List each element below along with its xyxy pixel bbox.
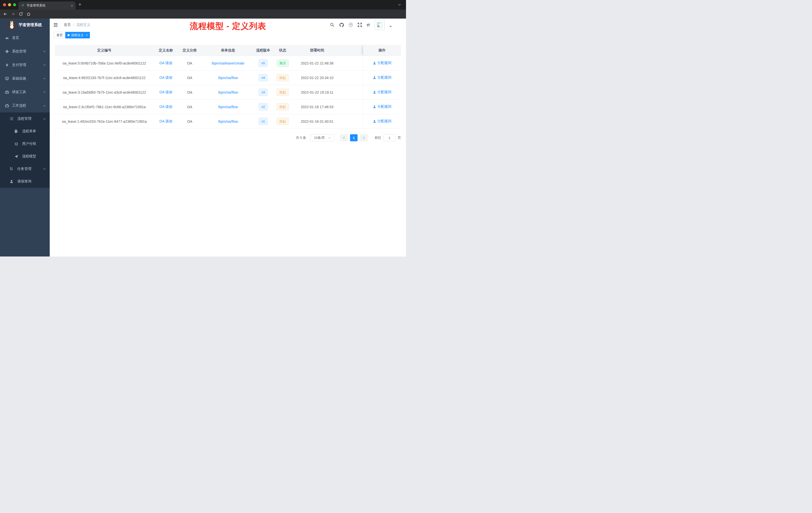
assign-rule-link[interactable]: 分配规则 (373, 61, 392, 65)
back-icon[interactable] (3, 12, 7, 16)
sidebar-item-process-model[interactable]: 流程模型 (0, 150, 50, 163)
cell-version: v5 (254, 56, 272, 70)
avatar-dropdown-caret-icon[interactable] (389, 26, 392, 27)
cell-definition-id: oa_leave:5:004b710b-7b8a-11ec-8ef0-acde4… (55, 56, 154, 70)
forward-icon[interactable] (11, 12, 15, 16)
sidebar-item-label: 研发工具 (12, 90, 26, 94)
cell-status: 挂起 (272, 85, 293, 100)
col-definition-name: 定义名称 (154, 45, 178, 56)
tag-close-icon[interactable]: × (86, 34, 88, 37)
assign-rule-link[interactable]: 分配规则 (373, 90, 392, 94)
sidebar-item-payment[interactable]: ¥ 支付管理 (0, 58, 50, 72)
sidebar-logo[interactable]: 芋道管理系统 (0, 19, 50, 31)
user-icon (9, 179, 13, 183)
sidebar-item-process-management[interactable]: 流程管理 (0, 113, 50, 125)
cell-definition-name: OA 请假 (154, 100, 178, 114)
fullscreen-icon[interactable] (357, 23, 362, 27)
user-avatar[interactable] (375, 20, 385, 30)
cell-actions: 分配规则 (363, 100, 401, 114)
definition-name-link[interactable]: OA 请假 (160, 119, 172, 123)
pagination: 共 5 条 10条/页 1 前往 页 (55, 134, 401, 141)
tag-label: 首页 (57, 33, 63, 37)
sidebar-item-dev-tools[interactable]: 研发工具 (0, 85, 50, 99)
new-tab-button[interactable]: + (78, 1, 81, 7)
home-icon[interactable] (26, 12, 31, 16)
assign-rule-link[interactable]: 分配规则 (373, 104, 392, 109)
github-icon[interactable] (339, 23, 344, 27)
goto-page-input[interactable] (383, 134, 396, 141)
cell-category: OA (178, 56, 202, 70)
search-icon[interactable] (330, 23, 335, 27)
sidebar-item-home[interactable]: 首页 (0, 31, 50, 45)
col-definition-id: 定义编号 (55, 45, 154, 56)
sidebar-item-task-management[interactable]: 任务管理 (0, 163, 50, 175)
app-header: 首页 / 流程定义 流程模型 - 定义列表 ? tT (50, 19, 406, 31)
flow-tree-icon (9, 167, 13, 171)
sidebar-item-user-group[interactable]: 用户分组 (0, 138, 50, 150)
cell-version: v4 (254, 70, 272, 85)
monitor-icon (5, 77, 9, 81)
col-status: 状态 (272, 45, 293, 56)
definition-name-link[interactable]: OA 请假 (160, 105, 172, 109)
sidebar-item-label: 流程模型 (22, 154, 36, 159)
table-row: oa_leave:2:3c1f0ef1-76b1-11ec-9c66-a2380… (55, 100, 401, 114)
sidebar-collapse-icon[interactable] (54, 23, 58, 27)
chevron-down-icon (43, 168, 46, 170)
definition-table: 定义编号 定义名称 定义分类 表单信息 流程版本 状态 部署时间 操作 oa_l… (55, 45, 401, 129)
form-link[interactable]: /bpm/oa/leave/create (212, 61, 244, 65)
tab-close-icon[interactable]: × (71, 4, 73, 7)
assign-rule-link[interactable]: 分配规则 (373, 119, 392, 123)
form-link[interactable]: /bpm/oa/flow (218, 76, 238, 80)
tag-process-definition[interactable]: 流程定义 × (65, 32, 90, 38)
browser-tab[interactable]: 芋道管理系统 × (18, 1, 76, 9)
version-badge: v2 (259, 103, 268, 111)
table-header-row: 定义编号 定义名称 定义分类 表单信息 流程版本 状态 部署时间 操作 (55, 45, 401, 56)
definition-name-link[interactable]: OA 请假 (160, 76, 172, 80)
app-title: 芋道管理系统 (19, 22, 42, 28)
status-badge: 挂起 (277, 74, 289, 81)
sidebar-item-infrastructure[interactable]: 基础设施 (0, 72, 50, 85)
definition-name-link[interactable]: OA 请假 (160, 90, 172, 94)
window-minimize-button[interactable] (8, 3, 11, 6)
font-size-icon[interactable]: tT (367, 23, 370, 27)
goto-label: 前往 (375, 135, 381, 140)
version-badge: v3 (259, 89, 268, 96)
window-zoom-button[interactable] (13, 3, 16, 6)
sidebar-item-process-form[interactable]: 流程表单 (0, 125, 50, 138)
form-link[interactable]: /bpm/oa/flow (218, 105, 238, 109)
assign-rule-link[interactable]: 分配规则 (373, 75, 392, 80)
cell-definition-name: OA 请假 (154, 114, 178, 129)
next-page-button[interactable] (360, 134, 368, 141)
definition-name-link[interactable]: OA 请假 (160, 61, 172, 65)
tag-home[interactable]: 首页 (54, 32, 66, 38)
cell-filler (341, 70, 363, 85)
todo-list-icon (9, 117, 13, 121)
logo-rabbit-avatar (8, 21, 16, 29)
form-link[interactable]: /bpm/oa/flow (218, 119, 238, 123)
page-size-value: 10条/页 (314, 135, 325, 140)
window-close-button[interactable] (3, 3, 6, 6)
sidebar-item-workflow[interactable]: 工作流程 (0, 99, 50, 113)
tab-search-chevron-icon[interactable] (398, 4, 401, 6)
breadcrumb-home[interactable]: 首页 (64, 23, 71, 27)
browser-toolbar: 不安全 | dashboard.yudao.iocoder.cn/bpm/man… (0, 9, 406, 19)
cell-status: 挂起 (272, 114, 293, 129)
cell-filler (341, 114, 363, 129)
table-row: oa_leave:1:482ec033-762a-11ec-8477-a2380… (55, 114, 401, 129)
sidebar-item-system[interactable]: 系统管理 (0, 45, 50, 58)
col-filler (341, 45, 363, 56)
sidebar-item-leave-query[interactable]: 请假查询 (0, 175, 50, 188)
page-size-select[interactable]: 10条/页 (310, 134, 335, 141)
cell-status: 挂起 (272, 100, 293, 114)
help-icon[interactable]: ? (349, 23, 353, 27)
cell-definition-id: oa_leave:4:991f2193-7b7f-11ec-a3c8-acde4… (55, 70, 154, 85)
form-link[interactable]: /bpm/oa/flow (218, 90, 238, 94)
cell-deploy-time: 2022-01-22 21:48:38 (293, 56, 341, 70)
prev-page-button[interactable] (340, 134, 348, 141)
reload-icon[interactable] (19, 12, 23, 16)
status-badge: 挂起 (277, 103, 289, 111)
cell-form: /bpm/oa/flow (202, 85, 254, 100)
table-row: oa_leave:3:1fad3d93-7b75-11ec-a3c8-acde4… (55, 85, 401, 100)
current-page-button[interactable]: 1 (350, 134, 357, 141)
active-dot-icon (67, 34, 69, 36)
